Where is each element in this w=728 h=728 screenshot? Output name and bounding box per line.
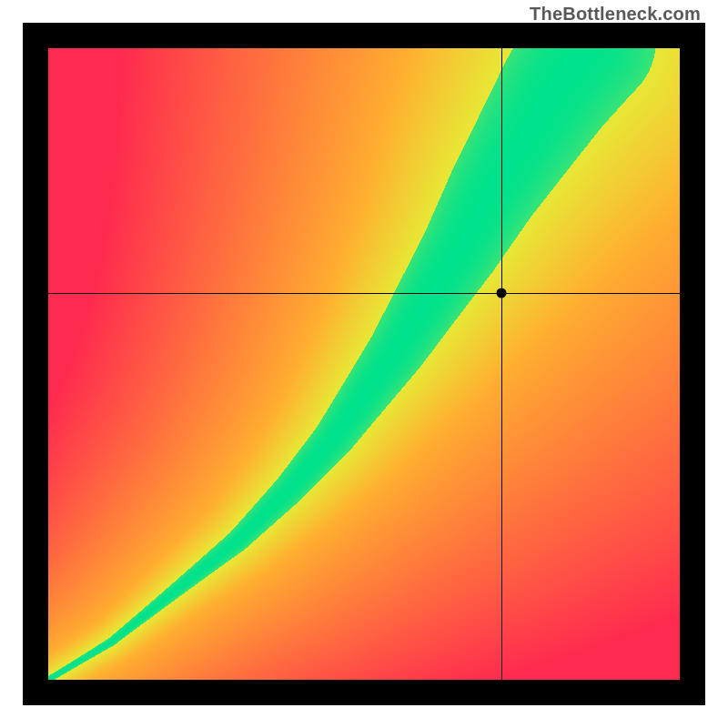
crosshair-horizontal — [48, 293, 680, 294]
plot-frame — [23, 23, 705, 705]
selection-marker — [497, 288, 507, 298]
watermark-text: TheBottleneck.com — [530, 4, 701, 25]
crosshair-vertical — [501, 48, 502, 680]
heatmap-canvas — [48, 48, 680, 680]
